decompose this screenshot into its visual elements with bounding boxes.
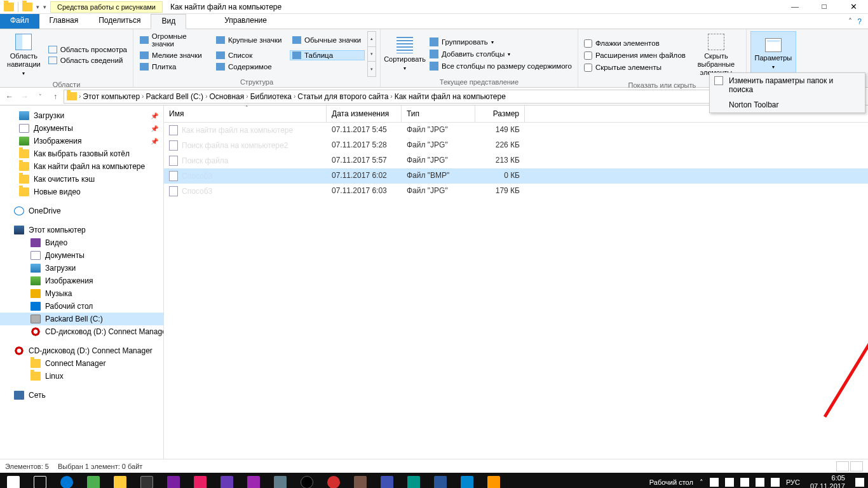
layout-scroll[interactable]: ▴▾▾ [367,31,376,77]
layout-medium[interactable]: Обычные значки [290,31,365,49]
sidebar-item-fav4[interactable]: Новые видео [0,186,163,198]
tab-file[interactable]: Файл [0,14,39,29]
file-row[interactable]: Способ3 07.11.2017 6:02Файл "BMP"0 КБ [164,168,868,184]
sidebar-item-video[interactable]: Видео [0,236,163,249]
sidebar-item-connect-mgr[interactable]: Connect Manager [0,357,163,370]
sort-by-button[interactable]: Сортировать ▾ [384,31,425,77]
crumb[interactable]: Основная [209,92,244,101]
language-indicator[interactable]: РУС [786,478,800,486]
layout-content[interactable]: Содержимое [214,62,288,72]
options-button[interactable]: Параметры ▾ [750,31,796,77]
column-date[interactable]: Дата изменения [327,105,402,122]
sidebar-item-linux[interactable]: Linux [0,370,163,383]
tray-icon[interactable] [771,478,780,487]
sidebar-item-downloads[interactable]: Загрузки📌 [0,109,163,122]
tab-share[interactable]: Поделиться [88,14,151,29]
taskbar-app[interactable] [320,473,347,488]
item-checkboxes-toggle[interactable]: Флажки элементов [582,38,688,49]
taskbar-app[interactable] [427,473,454,488]
crumb[interactable]: Этот компьютер [83,92,140,101]
taskbar-app[interactable] [374,473,400,488]
file-extensions-toggle[interactable]: Расширения имен файлов [582,50,688,61]
qat-dropdown-icon[interactable]: ▾ [36,4,39,10]
taskbar-app[interactable] [454,473,480,488]
navigation-pane-button[interactable]: Область навигации ▾ [4,31,44,79]
sidebar-item-fav2[interactable]: Как найти файл на компьютере [0,160,163,173]
column-name[interactable]: Имя˄ [164,105,327,122]
size-columns-button[interactable]: Все столбцы по размеру содержимого [428,60,574,72]
crumb[interactable]: Библиотека [250,92,292,101]
tab-view[interactable]: Вид [151,14,186,29]
details-pane-button[interactable]: Область сведений [46,55,129,65]
file-row[interactable]: Способ3 07.11.2017 6:03Файл "JPG"179 КБ [164,184,868,199]
sidebar-item-fav3[interactable]: Как очистить кэш [0,173,163,186]
file-row[interactable]: Поиск файла 07.11.2017 5:57Файл "JPG"213… [164,153,868,168]
layout-tiles[interactable]: Плитка [137,62,212,72]
crumb[interactable]: Как найти файл на компьютере [395,92,506,101]
taskbar-app[interactable] [267,473,294,488]
column-type[interactable]: Тип [402,105,475,122]
tray-network-icon[interactable] [740,478,749,487]
sidebar-item-cd-d[interactable]: CD-дисковод (D:) Connect Manager [0,325,163,338]
taskbar-app[interactable] [160,473,187,488]
taskbar-app[interactable] [347,473,374,488]
tray-chevron-icon[interactable]: ˄ [700,478,703,487]
sidebar-item-fav1[interactable]: Как выбрать газовый котёл [0,147,163,160]
sidebar-item-network[interactable]: Сеть [0,389,163,402]
crumb[interactable]: Packard Bell (C:) [146,92,203,101]
start-button[interactable] [0,473,27,488]
taskbar-app[interactable] [480,473,507,488]
group-by-button[interactable]: Группировать▾ [428,36,574,48]
sidebar-item-onedrive[interactable]: OneDrive [0,205,163,217]
clock[interactable]: 6:05 07.11.2017 [806,474,849,488]
back-button[interactable]: ← [3,90,17,104]
tab-home[interactable]: Главная [39,14,89,29]
add-columns-button[interactable]: Добавить столбцы▾ [428,48,574,60]
sidebar-item-cd-d2[interactable]: CD-дисковод (D:) Connect Manager [0,344,163,357]
ribbon-collapse-icon[interactable]: ˄ [848,17,852,26]
maximize-button[interactable]: □ [810,0,839,14]
tray-icon[interactable] [710,478,719,487]
task-view-button[interactable] [27,473,53,488]
menu-norton-toolbar[interactable]: Norton Toolbar [710,97,865,112]
layout-gallery[interactable]: Огромные значки Крупные значки Обычные з… [137,31,365,77]
column-size[interactable]: Размер [475,105,525,122]
file-row[interactable]: Поиск файла на компьютере2 07.11.2017 5:… [164,138,868,153]
taskbar-app[interactable] [80,473,107,488]
sidebar-item-music[interactable]: Музыка [0,287,163,300]
up-button[interactable]: ↑ [48,90,62,104]
qat-customize-icon[interactable]: ▾ [43,4,46,10]
recent-locations-button[interactable]: ˅ [33,90,47,104]
forward-button[interactable]: → [18,90,32,104]
minimize-button[interactable]: — [780,0,810,14]
taskbar-app[interactable] [240,473,267,488]
taskbar-app[interactable] [294,473,320,488]
layout-list[interactable]: Список [214,50,288,60]
taskbar-app[interactable] [187,473,214,488]
taskbar-app[interactable] [214,473,240,488]
tray-volume-icon[interactable] [756,478,764,487]
hidden-items-toggle[interactable]: Скрытые элементы [582,62,688,73]
show-desktop-label[interactable]: Рабочий стол [649,478,693,486]
sidebar-item-documents[interactable]: Документы📌 [0,122,163,135]
taskbar-app[interactable] [53,473,80,488]
layout-details[interactable]: Таблица [290,50,365,60]
menu-change-folder-options[interactable]: Изменить параметры папок и поиска [710,73,865,97]
sidebar-item-thispc[interactable]: Этот компьютер [0,224,163,236]
layout-small[interactable]: Мелкие значки [137,50,212,60]
sidebar-item-drive-c[interactable]: Packard Bell (C:) [0,313,163,325]
taskbar-app[interactable] [107,473,133,488]
view-details-button[interactable] [836,461,849,471]
taskbar-app[interactable] [133,473,160,488]
sidebar-item-pictures[interactable]: Изображения📌 [0,135,163,147]
layout-extra-large[interactable]: Огромные значки [137,31,212,49]
layout-large[interactable]: Крупные значки [214,31,288,49]
file-row[interactable]: Как найти файл на компьютере 07.11.2017 … [164,123,868,138]
sidebar-item-desktop[interactable]: Рабочий стол [0,300,163,313]
close-button[interactable]: ✕ [839,0,868,14]
crumb[interactable]: Статьи для второго сайта [297,92,388,101]
action-center-icon[interactable] [855,478,864,487]
sidebar-item-downloads2[interactable]: Загрузки [0,262,163,274]
help-icon[interactable]: ? [857,17,862,26]
sidebar-item-documents2[interactable]: Документы [0,249,163,262]
